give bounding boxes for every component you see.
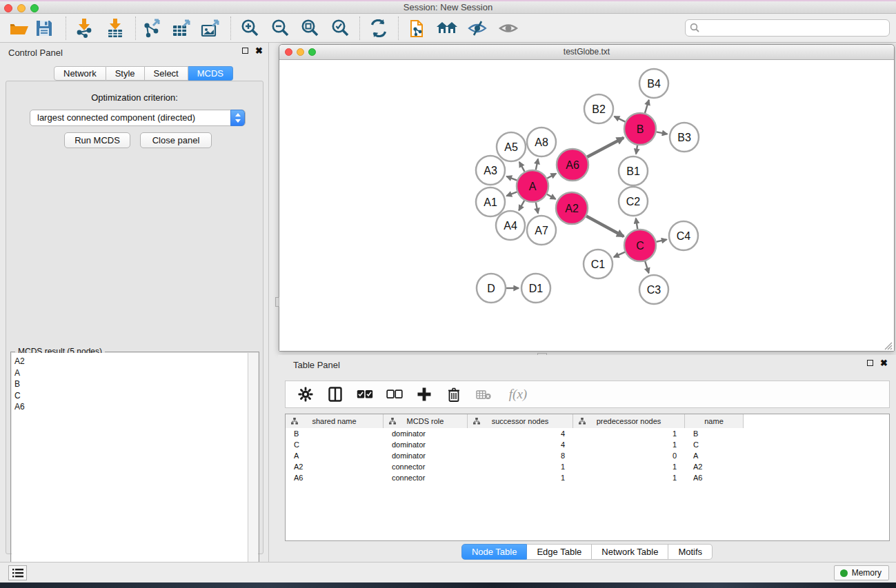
tab-edge-table[interactable]: Edge Table bbox=[527, 544, 592, 560]
table-cell[interactable]: A2 bbox=[685, 461, 744, 472]
zoom-selected-icon[interactable] bbox=[329, 17, 351, 39]
zoom-in-icon[interactable] bbox=[239, 17, 261, 39]
graph-edge[interactable] bbox=[547, 174, 556, 179]
table-cell[interactable]: B bbox=[685, 428, 744, 439]
table-cell[interactable]: connector bbox=[384, 472, 468, 483]
table-row[interactable]: A6connector11A6 bbox=[286, 472, 889, 483]
new-network-from-file-icon[interactable] bbox=[407, 17, 429, 39]
graph-edge[interactable] bbox=[536, 203, 538, 214]
window-resize-grip[interactable] bbox=[884, 341, 893, 349]
table-cell[interactable]: A2 bbox=[286, 461, 384, 472]
table-cell[interactable]: 4 bbox=[468, 439, 573, 450]
minimize-network-button[interactable] bbox=[297, 48, 304, 56]
graph-edge[interactable] bbox=[636, 219, 637, 230]
table-cell[interactable]: A6 bbox=[286, 472, 384, 483]
column-header[interactable]: MCDS role bbox=[384, 414, 468, 428]
close-window-button[interactable] bbox=[4, 4, 12, 12]
hide-details-eye-icon[interactable] bbox=[466, 17, 488, 39]
show-log-list-icon[interactable] bbox=[8, 565, 27, 580]
table-cell[interactable]: 1 bbox=[468, 461, 573, 472]
tab-select[interactable]: Select bbox=[145, 66, 188, 81]
table-cell[interactable]: A bbox=[286, 450, 384, 461]
import-network-icon[interactable] bbox=[73, 17, 95, 39]
delete-row-trash-icon[interactable] bbox=[445, 385, 463, 403]
graph-edge[interactable] bbox=[657, 132, 668, 134]
run-mcds-button[interactable]: Run MCDS bbox=[64, 132, 130, 148]
result-item[interactable]: A2 bbox=[14, 356, 248, 367]
table-cell[interactable]: 1 bbox=[573, 439, 685, 450]
memory-button[interactable]: Memory bbox=[834, 565, 889, 580]
graph-edge[interactable] bbox=[615, 116, 626, 122]
show-columns-icon[interactable] bbox=[326, 385, 344, 403]
tab-network-table[interactable]: Network Table bbox=[592, 544, 668, 560]
network-graph[interactable]: B4B2BB3A8A5A6A3B1AC2A1A2A4A7C4CC1DD1C3 bbox=[279, 60, 894, 351]
close-panel-button[interactable]: Close panel bbox=[140, 132, 212, 148]
table-cell[interactable]: dominator bbox=[384, 439, 468, 450]
zoom-out-icon[interactable] bbox=[269, 17, 291, 39]
column-header[interactable]: name bbox=[685, 414, 744, 428]
table-cell[interactable]: dominator bbox=[384, 428, 468, 439]
tab-node-table[interactable]: Node Table bbox=[461, 544, 528, 560]
result-item[interactable]: A bbox=[14, 367, 248, 379]
table-cell[interactable]: 8 bbox=[468, 450, 573, 461]
zoom-network-button[interactable] bbox=[308, 48, 316, 56]
table-cell[interactable]: 1 bbox=[573, 428, 685, 439]
table-row[interactable]: Bdominator41B bbox=[286, 428, 889, 439]
network-graph-canvas[interactable]: B4B2BB3A8A5A6A3B1AC2A1A2A4A7C4CC1DD1C3 bbox=[279, 60, 894, 351]
graph-edge[interactable] bbox=[519, 162, 525, 172]
open-folder-icon[interactable] bbox=[8, 17, 30, 39]
table-cell[interactable]: C bbox=[286, 439, 384, 450]
criterion-dropdown[interactable]: largest connected component (directed) bbox=[30, 110, 246, 126]
graph-edge[interactable] bbox=[506, 192, 517, 196]
tab-mcds[interactable]: MCDS bbox=[188, 66, 233, 81]
column-header[interactable]: successor nodes bbox=[468, 414, 573, 428]
close-network-button[interactable] bbox=[285, 48, 292, 56]
minimize-window-button[interactable] bbox=[17, 4, 26, 12]
export-image-icon[interactable] bbox=[199, 17, 221, 39]
close-panel-icon[interactable]: ✖ bbox=[255, 47, 263, 54]
table-row[interactable]: Cdominator41C bbox=[286, 439, 889, 450]
mcds-result-list[interactable]: A2ABCA6 bbox=[12, 353, 248, 588]
table-cell[interactable]: connector bbox=[384, 461, 468, 472]
result-item[interactable]: C bbox=[14, 390, 248, 402]
table-cell[interactable]: A bbox=[685, 450, 744, 461]
table-cell[interactable]: 1 bbox=[573, 461, 685, 472]
home-icon[interactable] bbox=[436, 17, 458, 39]
graph-edge[interactable] bbox=[656, 239, 666, 241]
tab-motifs[interactable]: Motifs bbox=[668, 544, 713, 560]
table-options-gear-icon[interactable] bbox=[297, 385, 315, 403]
export-table-icon[interactable] bbox=[170, 17, 192, 39]
table-cell[interactable]: C bbox=[685, 439, 744, 450]
table-row[interactable]: A2connector11A2 bbox=[286, 461, 889, 472]
refresh-icon[interactable] bbox=[368, 17, 390, 39]
graph-edge[interactable] bbox=[506, 176, 517, 181]
show-graphics-eye-icon[interactable] bbox=[497, 17, 519, 39]
graph-edge[interactable] bbox=[645, 261, 648, 273]
split-divider-handle[interactable] bbox=[275, 297, 279, 307]
add-row-icon[interactable] bbox=[415, 385, 433, 403]
unselect-all-columns-icon[interactable] bbox=[386, 385, 404, 403]
graph-edge[interactable] bbox=[645, 100, 649, 113]
zoom-window-button[interactable] bbox=[30, 4, 39, 12]
tab-style[interactable]: Style bbox=[106, 66, 145, 81]
tab-network[interactable]: Network bbox=[54, 66, 106, 81]
save-icon[interactable] bbox=[33, 17, 55, 39]
select-all-columns-icon[interactable] bbox=[356, 385, 374, 403]
table-cell[interactable]: 1 bbox=[573, 472, 685, 483]
column-header[interactable]: shared name bbox=[286, 414, 384, 428]
import-table-icon[interactable] bbox=[104, 17, 126, 39]
graph-edge[interactable] bbox=[587, 138, 624, 157]
table-cell[interactable]: A6 bbox=[685, 472, 744, 483]
result-item[interactable]: B bbox=[14, 378, 248, 390]
zoom-fit-icon[interactable] bbox=[299, 17, 321, 39]
graph-edge[interactable] bbox=[519, 201, 524, 210]
float-panel-icon[interactable] bbox=[867, 360, 873, 366]
table-row[interactable]: Adominator80A bbox=[286, 450, 889, 461]
graph-edge[interactable] bbox=[536, 159, 538, 170]
float-panel-icon[interactable] bbox=[242, 48, 248, 54]
graph-edge[interactable] bbox=[614, 252, 625, 257]
result-item[interactable]: A6 bbox=[14, 401, 248, 413]
table-cell[interactable]: B bbox=[286, 428, 384, 439]
node-table[interactable]: shared nameMCDS rolesuccessor nodesprede… bbox=[285, 414, 890, 541]
network-window-titlebar[interactable]: testGlobe.txt bbox=[279, 45, 894, 60]
